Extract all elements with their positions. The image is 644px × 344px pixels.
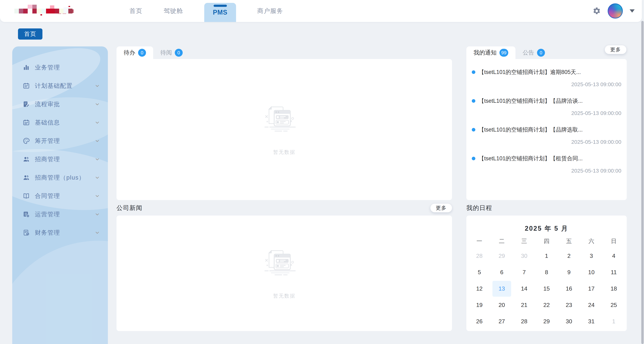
calendar-date-cell[interactable]: 10 bbox=[580, 264, 603, 280]
todo-tab[interactable]: 待阅 0 bbox=[153, 47, 190, 59]
calendar-date-number: 6 bbox=[492, 264, 511, 280]
sidebar-menu-item[interactable]: 运营管理 bbox=[12, 205, 108, 223]
calendar-date-cell[interactable]: 18 bbox=[602, 280, 625, 297]
calendar-date-cell[interactable]: 31 bbox=[580, 313, 603, 329]
sidebar-menu-item[interactable]: 基础信息 bbox=[12, 113, 108, 132]
calendar-date-cell[interactable]: 9 bbox=[558, 264, 580, 280]
nav-tab-label: 首页 bbox=[130, 7, 142, 15]
sidebar-item-icon bbox=[23, 229, 30, 236]
calendar-date-cell[interactable]: 26 bbox=[468, 313, 491, 329]
sidebar-menu-item[interactable]: 筹开管理 bbox=[12, 132, 108, 150]
notice-more-button[interactable]: 更多 bbox=[605, 45, 626, 54]
calendar-date-cell[interactable]: 2 bbox=[558, 248, 580, 264]
calendar-date-cell[interactable]: 25 bbox=[602, 297, 625, 313]
calendar-date-cell[interactable]: 1 bbox=[602, 313, 625, 329]
calendar-date-cell[interactable]: 4 bbox=[602, 248, 625, 264]
calendar-date-number: 3 bbox=[582, 248, 601, 264]
sidebar-item-label: 基础信息 bbox=[35, 119, 60, 127]
sidebar-item-label: 财务管理 bbox=[35, 229, 60, 237]
nav-tab[interactable]: 首页 bbox=[130, 0, 142, 22]
todo-tab[interactable]: 待办 0 bbox=[116, 47, 153, 59]
sidebar-menu-item[interactable]: 计划基础配置 bbox=[12, 77, 108, 95]
calendar-date-number: 21 bbox=[515, 297, 534, 313]
calendar-weekday: 六 bbox=[580, 237, 603, 245]
calendar-date-cell[interactable]: 20 bbox=[491, 297, 513, 313]
notification-item[interactable]: 【tsetL101的空铺招商计划】【品牌洽谈... 2025-05-13 09:… bbox=[466, 93, 627, 121]
calendar-date-cell[interactable]: 22 bbox=[536, 297, 558, 313]
notification-item[interactable]: 【tsetL101的空铺招商计划】【租赁合同... 2025-05-13 09:… bbox=[466, 150, 627, 179]
notification-title-row: 【tsetL101的空铺招商计划】【品牌选取... bbox=[472, 126, 621, 134]
calendar-date-number: 4 bbox=[604, 248, 623, 264]
brand-logo[interactable] bbox=[12, 2, 88, 20]
calendar-date-cell[interactable]: 7 bbox=[513, 264, 536, 280]
notification-item[interactable]: 【tsetL101的空铺招商计划】【品牌选取... 2025-05-13 09:… bbox=[466, 121, 627, 150]
calendar-date-cell[interactable]: 30 bbox=[513, 248, 536, 264]
calendar-date-number: 27 bbox=[492, 313, 511, 329]
calendar-date-cell[interactable]: 23 bbox=[558, 297, 580, 313]
calendar-date-cell[interactable]: 12 bbox=[468, 280, 491, 297]
top-navbar: 首页 驾驶舱 PMS 商户服务 bbox=[0, 0, 642, 22]
calendar-date-cell[interactable]: 28 bbox=[513, 313, 536, 329]
calendar-date-cell[interactable]: 1 bbox=[536, 248, 558, 264]
calendar-date-cell[interactable]: 15 bbox=[536, 280, 558, 297]
notification-time: 2025-05-13 09:00:00 bbox=[472, 110, 621, 116]
calendar-date-number: 1 bbox=[604, 313, 623, 329]
notice-tab-strip: 我的通知 99 公告 0 bbox=[466, 47, 627, 59]
sidebar-menu-item[interactable]: 招商管理（plus） bbox=[12, 168, 108, 187]
unread-dot-icon bbox=[472, 157, 475, 160]
calendar-date-cell[interactable]: 13 bbox=[491, 280, 513, 297]
user-menu-caret-icon[interactable] bbox=[630, 9, 635, 13]
sidebar-menu-item[interactable]: 招商管理 bbox=[12, 150, 108, 168]
calendar-weekday: 日 bbox=[602, 237, 625, 245]
unread-dot-icon bbox=[472, 70, 475, 74]
nav-tab[interactable]: 驾驶舱 bbox=[164, 0, 183, 22]
schedule-section-title: 我的日程 bbox=[466, 204, 492, 212]
notice-tab[interactable]: 我的通知 99 bbox=[466, 47, 516, 59]
sidebar-menu-item[interactable]: 业务管理 bbox=[12, 58, 108, 77]
chevron-down-icon bbox=[94, 120, 100, 125]
news-more-button[interactable]: 更多 bbox=[430, 204, 452, 212]
breadcrumb-home-button[interactable]: 首页 bbox=[18, 29, 42, 40]
settings-gear-icon[interactable] bbox=[592, 7, 601, 15]
navbar-actions bbox=[592, 0, 635, 22]
chevron-down-icon bbox=[94, 175, 100, 180]
sidebar-menu-item[interactable]: 财务管理 bbox=[12, 223, 108, 242]
nav-tab-label: PMS bbox=[213, 9, 228, 16]
sidebar-menu-item[interactable]: 流程审批 bbox=[12, 95, 108, 113]
calendar-date-cell[interactable]: 3 bbox=[580, 248, 603, 264]
nav-tab[interactable]: 商户服务 bbox=[257, 0, 283, 22]
calendar-date-cell[interactable]: 29 bbox=[536, 313, 558, 329]
calendar-date-number: 30 bbox=[515, 248, 534, 264]
calendar-date-cell[interactable]: 21 bbox=[513, 297, 536, 313]
notification-item[interactable]: 【tsetL101的空铺招商计划】逾期805天... 2025-05-13 09… bbox=[466, 64, 627, 93]
calendar-month-title: 2025 年 5 月 bbox=[468, 216, 625, 233]
notice-tab[interactable]: 公告 0 bbox=[516, 47, 552, 59]
sidebar-item-label: 招商管理（plus） bbox=[35, 174, 85, 182]
calendar-date-cell[interactable]: 5 bbox=[468, 264, 491, 280]
chevron-down-icon bbox=[94, 193, 100, 199]
calendar-date-cell[interactable]: 16 bbox=[558, 280, 580, 297]
calendar-date-cell[interactable]: 6 bbox=[491, 264, 513, 280]
sidebar-menu-item[interactable]: 合同管理 bbox=[12, 187, 108, 205]
calendar-date-cell[interactable]: 14 bbox=[513, 280, 536, 297]
empty-state-illustration bbox=[263, 247, 306, 285]
chevron-down-icon bbox=[94, 212, 100, 217]
calendar-date-cell[interactable]: 24 bbox=[580, 297, 603, 313]
notification-time: 2025-05-13 09:00:00 bbox=[472, 168, 621, 174]
calendar-date-cell[interactable]: 17 bbox=[580, 280, 603, 297]
notification-title: 【tsetL101的空铺招商计划】【租赁合同... bbox=[478, 155, 583, 162]
page-scrollbar[interactable] bbox=[641, 21, 644, 344]
calendar-date-cell[interactable]: 8 bbox=[536, 264, 558, 280]
nav-tab[interactable]: PMS bbox=[204, 3, 236, 22]
calendar-date-number: 13 bbox=[492, 281, 511, 297]
calendar-date-cell[interactable]: 29 bbox=[491, 248, 513, 264]
calendar-date-cell[interactable]: 28 bbox=[468, 248, 491, 264]
calendar-date-cell[interactable]: 27 bbox=[491, 313, 513, 329]
calendar-date-number: 8 bbox=[537, 264, 556, 280]
sidebar-item-icon bbox=[23, 192, 30, 200]
calendar-date-cell[interactable]: 19 bbox=[468, 297, 491, 313]
main-column: 待办 0 待阅 0 bbox=[116, 47, 452, 331]
user-avatar[interactable] bbox=[608, 4, 623, 19]
calendar-date-cell[interactable]: 30 bbox=[558, 313, 580, 329]
calendar-date-cell[interactable]: 11 bbox=[602, 264, 625, 280]
